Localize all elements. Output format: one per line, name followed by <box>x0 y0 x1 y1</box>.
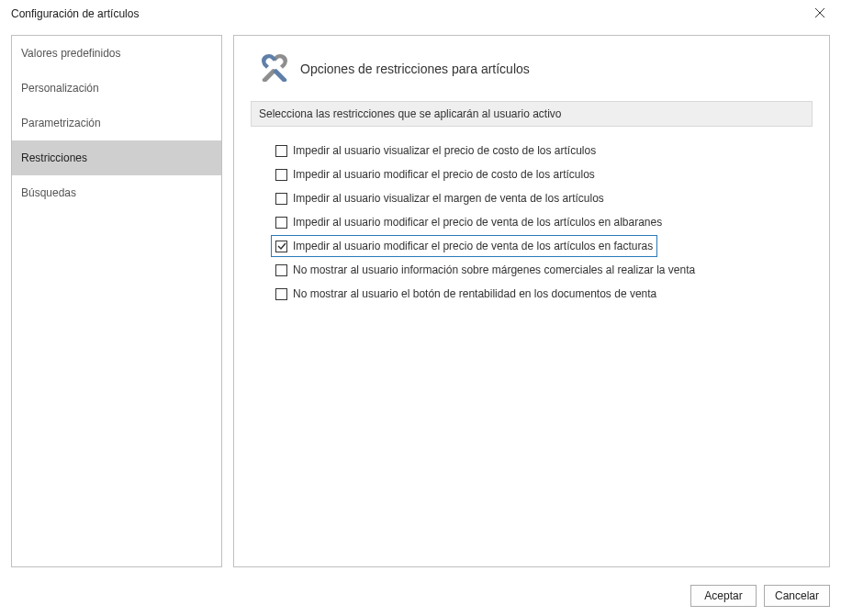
checkbox-impedir-modificar-venta-facturas[interactable] <box>275 241 287 252</box>
checkbox-no-mostrar-margenes[interactable] <box>275 264 287 276</box>
checkbox-impedir-modificar-venta-albaranes[interactable] <box>275 217 287 229</box>
accept-button[interactable]: Aceptar <box>690 585 757 607</box>
restriction-row: Impedir al usuario modificar el precio d… <box>271 235 657 257</box>
sidebar-item-busquedas[interactable]: Búsquedas <box>12 175 221 210</box>
close-button[interactable] <box>806 3 834 25</box>
content-area: Valores predefinidos Personalización Par… <box>0 28 841 567</box>
footer-buttons: Aceptar Cancelar <box>690 585 830 607</box>
window-title: Configuración de artículos <box>11 7 139 20</box>
restriction-label: Impedir al usuario visualizar el margen … <box>293 192 604 205</box>
checkbox-impedir-visualizar-costo[interactable] <box>275 145 287 157</box>
tools-icon <box>260 52 289 84</box>
restriction-row: Impedir al usuario modificar el precio d… <box>271 163 600 185</box>
sidebar-item-restricciones[interactable]: Restricciones <box>12 140 221 175</box>
restriction-label: No mostrar al usuario el botón de rentab… <box>293 287 656 300</box>
close-icon <box>815 7 824 20</box>
restriction-row: Impedir al usuario modificar el precio d… <box>271 211 667 233</box>
cancel-button[interactable]: Cancelar <box>764 585 830 607</box>
sidebar-item-personalizacion[interactable]: Personalización <box>12 71 221 106</box>
restriction-row: No mostrar al usuario información sobre … <box>271 259 700 281</box>
checkbox-impedir-visualizar-margen[interactable] <box>275 193 287 205</box>
panel-title: Opciones de restricciones para artículos <box>300 62 530 76</box>
checkbox-no-mostrar-rentabilidad[interactable] <box>275 288 287 300</box>
restriction-row: No mostrar al usuario el botón de rentab… <box>271 283 661 305</box>
panel-subheader: Selecciona las restricciones que se apli… <box>251 101 813 127</box>
sidebar: Valores predefinidos Personalización Par… <box>11 35 222 567</box>
restriction-row: Impedir al usuario visualizar el precio … <box>271 140 600 162</box>
restriction-label: Impedir al usuario modificar el precio d… <box>293 168 595 181</box>
restriction-label: Impedir al usuario modificar el precio d… <box>293 216 662 229</box>
titlebar: Configuración de artículos <box>0 0 841 28</box>
sidebar-item-valores-predefinidos[interactable]: Valores predefinidos <box>12 36 221 71</box>
restriction-row: Impedir al usuario visualizar el margen … <box>271 187 609 209</box>
restrictions-list: Impedir al usuario visualizar el precio … <box>271 140 813 305</box>
panel-header: Opciones de restricciones para artículos <box>260 52 813 84</box>
checkbox-impedir-modificar-costo[interactable] <box>275 169 287 181</box>
svg-rect-3 <box>273 68 287 82</box>
restriction-label: Impedir al usuario modificar el precio d… <box>293 240 653 252</box>
restriction-label: Impedir al usuario visualizar el precio … <box>293 144 596 157</box>
main-panel: Opciones de restricciones para artículos… <box>233 35 830 567</box>
sidebar-item-parametrizacion[interactable]: Parametrización <box>12 106 221 140</box>
restriction-label: No mostrar al usuario información sobre … <box>293 263 695 276</box>
